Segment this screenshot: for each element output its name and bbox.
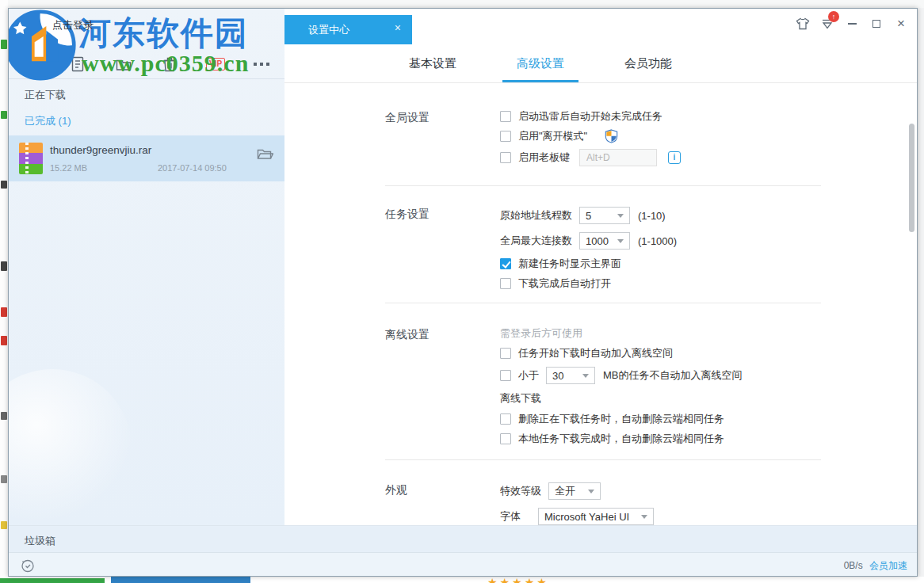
new-task-button[interactable]	[9, 52, 55, 76]
open-folder-button[interactable]	[101, 52, 147, 76]
checkbox-delete-cloud-on-delete[interactable]	[500, 413, 511, 425]
info-icon[interactable]: i	[668, 151, 681, 164]
schedule-button[interactable]	[20, 558, 36, 577]
checkbox-show-main-label: 新建任务时显示主界面	[518, 257, 621, 271]
member-accelerate-link[interactable]: 会员加速	[869, 560, 907, 571]
sidebar-item-downloading[interactable]: 正在下载	[25, 88, 66, 102]
file-date: 2017-07-14 09:50	[158, 163, 227, 173]
background-page-top-strip	[0, 0, 924, 8]
minimize-button[interactable]	[845, 17, 859, 31]
trash-bar: 垃圾箱	[9, 525, 918, 552]
chevron-down-icon	[588, 490, 594, 493]
section-offline: 离线设置 需登录后方可使用 任务开始下载时自动加入离线空间 小于 30	[385, 327, 918, 460]
max-conn-dropdown[interactable]: 1000	[579, 232, 630, 250]
rating-stars-icon: ★★★★★	[487, 577, 549, 583]
skin-bubble-decoration	[9, 369, 132, 525]
download-speed: 0B/s	[844, 560, 863, 571]
change-skin-button[interactable]	[796, 17, 810, 31]
checkbox-auto-open[interactable]	[500, 278, 511, 289]
checkbox-delete-cloud-on-complete[interactable]	[500, 433, 511, 444]
background-green-bar	[0, 578, 105, 583]
settings-scrollbar[interactable]	[909, 124, 914, 232]
section-offline-title: 离线设置	[385, 327, 500, 460]
vip-button[interactable]: VIP	[193, 52, 239, 76]
settings-tab-title: 设置中心	[308, 23, 349, 37]
sidebar-item-trash[interactable]: 垃圾箱	[25, 534, 55, 548]
settings-content: 全局设置 启动迅雷后自动开始未完成任务 启用"离开模式"	[284, 82, 918, 525]
checkbox-auto-open-label: 下载完成后自动打开	[518, 276, 611, 291]
effect-level-dropdown[interactable]: 全开	[548, 482, 601, 500]
delete-button[interactable]	[147, 52, 193, 76]
checkbox-away-label: 启用"离开模式"	[518, 129, 587, 143]
task-list-button[interactable]	[55, 52, 101, 76]
watermark-site-name: 河东软件园	[78, 12, 249, 55]
tab-advanced-settings[interactable]: 高级设置	[487, 44, 594, 82]
section-appearance: 外观 特效等级 全开 字体 Microsoft YaHei UI	[385, 482, 918, 525]
open-folder-icon	[256, 147, 273, 161]
chevron-down-icon	[617, 214, 624, 218]
checkbox-auto-join-label: 任务开始下载时自动加入离线空间	[518, 346, 673, 360]
update-badge: ↑	[828, 11, 839, 22]
section-task: 任务设置 原始地址线程数 5 (1-10) 全局最大连接数 1000	[385, 207, 918, 303]
login-button[interactable]: 点击登录	[52, 18, 94, 32]
font-label: 字体	[500, 509, 521, 524]
checkbox-auto-join-offline[interactable]	[500, 348, 511, 359]
download-file-row[interactable]: thunder9greenvjiu.rar 15.22 MB 2017-07-1…	[9, 135, 284, 181]
minimize-icon	[848, 23, 857, 25]
toolbar-divider	[9, 78, 284, 79]
section-divider	[385, 459, 821, 460]
trash-icon	[162, 55, 178, 73]
max-conn-label: 全局最大连接数	[500, 234, 572, 248]
checkbox-show-main-window[interactable]	[500, 258, 511, 269]
checkbox-min-size-rule[interactable]	[500, 370, 511, 381]
section-divider	[385, 185, 821, 186]
effect-level-value: 全开	[555, 484, 575, 498]
checkbox-away-mode[interactable]	[500, 131, 511, 142]
file-size: 15.22 MB	[50, 163, 87, 173]
background-page-left-strip	[0, 0, 8, 583]
section-appearance-title: 外观	[385, 482, 500, 525]
offline-download-subtitle: 离线下载	[500, 392, 918, 405]
background-page-bottom-strip: ★★★★★	[0, 577, 924, 583]
download-manager-button[interactable]: ↑	[820, 17, 834, 31]
min-size-dropdown[interactable]: 30	[546, 367, 595, 384]
download-list-panel: 点击登录	[9, 9, 284, 525]
background-blue-bar	[111, 577, 250, 583]
thread-count-value: 5	[586, 210, 591, 222]
font-value: Microsoft YaHei UI	[544, 511, 629, 523]
new-task-icon	[23, 55, 40, 73]
open-file-folder-button[interactable]	[256, 147, 273, 164]
checkbox-boss-key[interactable]	[500, 152, 511, 163]
max-conn-range: (1-1000)	[638, 235, 677, 247]
thread-count-label: 原始地址线程数	[500, 208, 572, 223]
section-global-title: 全局设置	[385, 110, 500, 186]
chevron-down-icon	[582, 374, 589, 378]
close-settings-tab-icon[interactable]: ×	[395, 21, 401, 34]
section-global: 全局设置 启动迅雷后自动开始未完成任务 启用"离开模式"	[385, 110, 918, 186]
settings-center-tab[interactable]: 设置中心 ×	[284, 15, 412, 44]
settings-panel: 设置中心 × 基本设置 高级设置 会员功能 全局设置 启动迅雷后自动开始未完成任…	[284, 9, 918, 525]
tab-member-features[interactable]: 会员功能	[594, 44, 702, 82]
maximize-button[interactable]	[869, 17, 884, 31]
font-dropdown[interactable]: Microsoft YaHei UI	[538, 508, 654, 525]
toolbar: VIP	[9, 50, 284, 78]
sidebar-item-completed[interactable]: 已完成 (1)	[25, 114, 71, 128]
alarm-clock-icon	[20, 558, 36, 573]
document-icon	[70, 55, 86, 73]
checkbox-autostart-tasks[interactable]	[500, 111, 511, 122]
checkbox-boss-key-label: 启用老板键	[518, 151, 570, 165]
thunder-app-window: 点击登录	[8, 8, 918, 577]
checkbox-delete-cloud-on-delete-label: 删除正在下载任务时，自动删除云端相同任务	[518, 412, 724, 426]
vip-icon: VIP	[206, 58, 225, 70]
section-task-title: 任务设置	[385, 207, 500, 303]
boss-key-input[interactable]	[579, 149, 657, 166]
thread-count-dropdown[interactable]: 5	[579, 207, 630, 224]
uac-shield-icon	[605, 129, 618, 143]
close-button[interactable]: ×	[894, 17, 908, 31]
tab-basic-settings[interactable]: 基本设置	[379, 44, 487, 82]
chevron-down-icon	[617, 239, 624, 243]
maximize-icon	[872, 20, 880, 28]
more-button[interactable]	[239, 52, 284, 76]
chevron-down-icon	[641, 515, 647, 519]
effect-level-label: 特效等级	[500, 484, 541, 498]
